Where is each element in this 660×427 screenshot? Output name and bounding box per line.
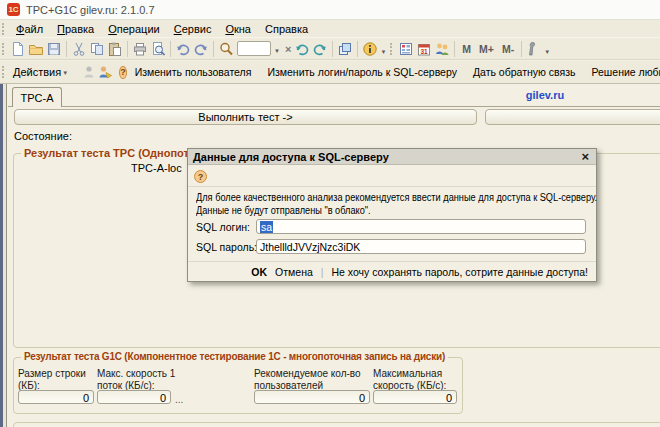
toolbar-grip[interactable] (2, 43, 5, 55)
change-sql-login-command[interactable]: Изменить логин/пароль к SQL-серверу (267, 66, 456, 78)
save-icon[interactable] (45, 40, 63, 58)
dialog-separator (188, 261, 596, 262)
sql-password-input[interactable]: JthellldJVVzjNzc3iDK (256, 239, 586, 254)
ellipsis-label: ... (175, 394, 183, 405)
toolbar-separator (66, 41, 67, 57)
dialog-close-icon[interactable]: × (579, 150, 591, 163)
undo-icon[interactable] (174, 40, 192, 58)
tab-tpc-a[interactable]: TPC-A (12, 87, 62, 107)
row-size-field[interactable]: 0 (18, 390, 94, 404)
feedback-command[interactable]: Дать обратную связь (473, 66, 576, 78)
menu-windows[interactable]: Окна (218, 22, 258, 36)
menu-service[interactable]: Сервис (167, 22, 219, 36)
copy-icon[interactable] (88, 40, 106, 58)
menu-bar: Файл Правка Операции Сервис Окна Справка (0, 20, 660, 37)
forget-password-link[interactable]: Не хочу сохранять пароль, сотрите данные… (332, 266, 588, 278)
app-window: 1C TPC+G1C gilev.ru: 2.1.0.7 Файл Правка… (0, 0, 660, 427)
dialog-title: Данные для доступа к SQL-серверу (193, 151, 579, 163)
go-back-icon[interactable] (293, 40, 311, 58)
max-speed-1-field[interactable]: 0 (97, 390, 171, 404)
cancel-button[interactable]: Отмена (275, 266, 313, 278)
cut-icon[interactable] (70, 40, 88, 58)
footer-divider: | (321, 266, 324, 278)
redo-icon[interactable] (192, 40, 210, 58)
menu-edit[interactable]: Правка (50, 22, 101, 36)
toolbar-separator (213, 41, 214, 57)
dialog-message-line1: Для более качественного анализа рекоменд… (196, 191, 564, 204)
info-icon[interactable] (361, 40, 379, 58)
run-test-button[interactable]: Выполнить тест -> (14, 109, 477, 125)
search-clear-icon[interactable]: × (283, 43, 293, 55)
actions-menu-button[interactable]: Действия ▼ (8, 63, 75, 81)
user-switch-icon[interactable] (97, 63, 113, 81)
search-icon[interactable] (217, 40, 235, 58)
memory-subtract-button[interactable]: M- (498, 42, 518, 56)
new-document-icon[interactable] (9, 40, 27, 58)
toolbar-search-input[interactable] (237, 41, 271, 56)
dialog-title-bar[interactable]: Данные для доступа к SQL-серверу × (188, 149, 596, 165)
field-label: Максимальная скорость (КБ/с): (373, 368, 459, 392)
tab-strip-line (8, 106, 660, 107)
sql-login-label: SQL логин: (196, 221, 250, 233)
sql-login-input[interactable]: sa (256, 219, 586, 234)
recommended-users-field[interactable]: 0 (254, 390, 370, 404)
menu-file[interactable]: Файл (9, 22, 50, 36)
secondary-test-button[interactable] (485, 109, 660, 125)
title-bar: 1C TPC+G1C gilev.ru: 2.1.0.7 (0, 0, 660, 20)
toolbar-separator (521, 41, 522, 57)
selected-text: sa (260, 221, 273, 233)
users-icon[interactable] (433, 40, 451, 58)
dialog-footer: OK Отмена | Не хочу сохранять пароль, со… (251, 266, 588, 278)
max-speed-field[interactable]: 0 (373, 390, 457, 404)
g1c-col-max-speed: Максимальная скорость (КБ/с): (373, 368, 459, 392)
settings-dropdown-icon[interactable]: ▼ (544, 49, 550, 55)
print-preview-icon[interactable] (149, 40, 167, 58)
user-disabled-icon[interactable] (81, 63, 97, 81)
help-icon[interactable]: ? (119, 66, 127, 79)
sql-access-dialog: Данные для доступа к SQL-серверу × ? Для… (187, 148, 597, 282)
actions-toolbar: Действия ▼ ? Изменить пользователя Измен… (0, 61, 660, 84)
memory-recall-button[interactable]: M (458, 42, 475, 56)
tpc-row-label: TPC-A-loc (131, 162, 182, 174)
toolbar-separator (170, 41, 171, 57)
open-folder-icon[interactable] (27, 40, 45, 58)
field-label: Макс. скорость 1 поток (КБ/с): (97, 368, 177, 392)
menu-operations[interactable]: Операции (101, 22, 166, 36)
app-logo-icon: 1C (7, 3, 20, 16)
sql-password-label: SQL пароль: (196, 241, 257, 253)
bottom-result-group (13, 422, 660, 427)
memory-add-button[interactable]: M+ (475, 42, 498, 56)
g1c-col-max-speed-1: Макс. скорость 1 поток (КБ/с): (97, 368, 177, 392)
g1c-col-row-size: Размер строки (КБ): (18, 368, 94, 392)
info-dropdown-icon[interactable]: ▼ (380, 49, 386, 55)
actions-dropdown-icon: ▼ (62, 70, 68, 76)
status-label: Состояние: (14, 130, 72, 142)
change-user-command[interactable]: Изменить пользователя (135, 66, 252, 78)
g1c-group-title: Результат теста G1C (Компонентное тестир… (21, 351, 448, 362)
go-forward-icon[interactable] (311, 40, 329, 58)
print-icon[interactable] (131, 40, 149, 58)
g1c-result-group: Результат теста G1C (Компонентное тестир… (13, 357, 463, 414)
dialog-help-icon[interactable]: ? (194, 170, 207, 183)
toolbar-separator (357, 41, 358, 57)
toolbar-grip[interactable] (390, 43, 393, 55)
settings-wrench-icon[interactable] (525, 40, 543, 58)
toolbar-grip[interactable] (2, 66, 4, 78)
toolbar-separator (127, 41, 128, 57)
standard-toolbar: ▼ × ▼ 31 M M+ M- ▼ (0, 37, 660, 60)
paste-icon[interactable] (106, 40, 124, 58)
menu-help[interactable]: Справка (258, 22, 315, 36)
dialog-message-line2: Данные не будут отправлены "в облако". (196, 204, 564, 217)
solve-problems-command[interactable]: Решение любых проблем производитель (591, 66, 660, 78)
svg-text:31: 31 (421, 47, 429, 54)
search-dropdown-icon[interactable]: ▼ (271, 48, 283, 54)
toolbar-grip[interactable] (2, 23, 5, 35)
calculator-icon[interactable] (397, 40, 415, 58)
gilev-ru-link[interactable]: gilev.ru (500, 89, 590, 101)
tpc-group-title: Результат теста TPC (Однопоточн (21, 147, 211, 159)
ok-button[interactable]: OK (251, 266, 267, 278)
windows-list-icon[interactable] (336, 40, 354, 58)
toolbar-separator (332, 41, 333, 57)
calendar-icon[interactable]: 31 (415, 40, 433, 58)
window-title: TPC+G1C gilev.ru: 2.1.0.7 (26, 4, 155, 16)
